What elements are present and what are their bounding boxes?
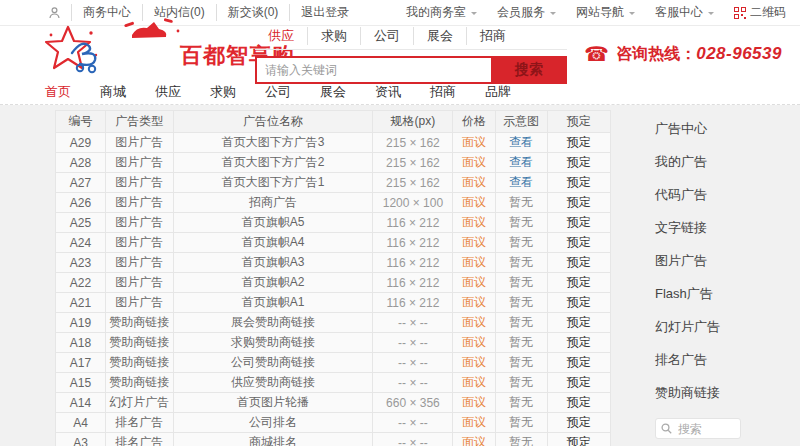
ad-price-label: 面议: [462, 315, 486, 329]
ad-name-cell: 首页旗帜A2: [242, 275, 305, 289]
qr-code-label: 二维码: [750, 4, 786, 21]
reserve-link[interactable]: 预定: [567, 255, 591, 269]
reserve-link[interactable]: 预定: [567, 375, 591, 389]
col-header-reserve: 预定: [547, 111, 610, 133]
ad-id-cell: A24: [70, 236, 91, 250]
reserve-link[interactable]: 预定: [567, 415, 591, 429]
ad-spec-cell: 116 × 212: [386, 276, 439, 290]
preview-view-link[interactable]: 查看: [509, 135, 533, 149]
col-header-name: 广告位名称: [173, 111, 373, 133]
sidebar-item-text-links[interactable]: 文字链接: [655, 212, 790, 245]
sidebar-item-image-ads[interactable]: 图片广告: [655, 245, 790, 278]
table-row: A29图片广告首页大图下方广告3215 × 162面议查看预定: [56, 133, 611, 153]
hotline: ☎ 咨询热线： 028-96539: [584, 42, 782, 66]
nav-item-home[interactable]: 首页: [45, 83, 71, 101]
reserve-link[interactable]: 预定: [567, 435, 591, 446]
ad-id-cell: A14: [70, 396, 91, 410]
nav-item-expo[interactable]: 展会: [320, 83, 346, 101]
reserve-link[interactable]: 预定: [567, 195, 591, 209]
topbar-menu-site-nav[interactable]: 网站导航: [576, 4, 635, 21]
nav-item-supply[interactable]: 供应: [155, 83, 181, 101]
reserve-link[interactable]: 预定: [567, 335, 591, 349]
sidebar-item-sponsor-links[interactable]: 赞助商链接: [655, 377, 790, 410]
nav-item-buy[interactable]: 求购: [210, 83, 236, 101]
ad-id-cell: A15: [70, 376, 91, 390]
sidebar-item-my-ads[interactable]: 我的广告: [655, 146, 790, 179]
search-tab-company[interactable]: 公司: [360, 27, 413, 45]
table-row: A27图片广告首页大图下方广告1215 × 162面议查看预定: [56, 173, 611, 193]
nav-item-brand[interactable]: 品牌: [485, 83, 511, 101]
ad-id-cell: A25: [70, 216, 91, 230]
reserve-link[interactable]: 预定: [567, 275, 591, 289]
preview-none-label: 暂无: [509, 415, 533, 429]
table-header-row: 编号 广告类型 广告位名称 规格(px) 价格 示意图 预定: [56, 111, 611, 133]
ad-type-cell: 图片广告: [115, 275, 163, 289]
table-row: A3排名广告商城排名-- × --面议暂无预定: [56, 433, 611, 446]
ad-price-label: 面议: [462, 375, 486, 389]
ad-type-cell: 赞助商链接: [109, 315, 169, 329]
sidebar-item-ranking-ads[interactable]: 排名广告: [655, 344, 790, 377]
search-tab-supply[interactable]: 供应: [255, 27, 307, 45]
nav-item-mall[interactable]: 商城: [100, 83, 126, 101]
ad-id-cell: A4: [73, 416, 88, 430]
reserve-link[interactable]: 预定: [567, 235, 591, 249]
search-tab-buy[interactable]: 求购: [307, 27, 360, 45]
ad-price-label: 面议: [462, 435, 486, 446]
preview-none-label: 暂无: [509, 195, 533, 209]
table-row: A26图片广告招商广告1200 × 100面议暂无预定: [56, 193, 611, 213]
sidebar-item-slideshow-ads[interactable]: 幻灯片广告: [655, 311, 790, 344]
ad-price-label: 面议: [462, 135, 486, 149]
sidebar: 广告中心 我的广告 代码广告 文字链接 图片广告 Flash广告 幻灯片广告 排…: [655, 113, 790, 439]
ad-id-cell: A17: [70, 356, 91, 370]
ad-type-cell: 排名广告: [115, 415, 163, 429]
ad-id-cell: A26: [70, 196, 91, 210]
topbar-menu-member-services[interactable]: 会员服务: [497, 4, 556, 21]
ad-name-cell: 商城排名: [249, 435, 297, 446]
topbar-link-logout[interactable]: 退出登录: [289, 4, 360, 21]
preview-none-label: 暂无: [509, 255, 533, 269]
search-tab-expo[interactable]: 展会: [413, 27, 466, 45]
table-row: A17赞助商链接公司赞助商链接-- × --面议暂无预定: [56, 353, 611, 373]
reserve-link[interactable]: 预定: [567, 175, 591, 189]
ad-price-label: 面议: [462, 335, 486, 349]
search-input[interactable]: [255, 56, 491, 84]
qr-code-link[interactable]: 二维码: [734, 4, 786, 21]
chevron-down-icon: [708, 12, 714, 18]
topbar-menu-customer-service[interactable]: 客服中心: [655, 4, 714, 21]
preview-view-link[interactable]: 查看: [509, 175, 533, 189]
ad-price-label: 面议: [462, 215, 486, 229]
preview-view-link[interactable]: 查看: [509, 155, 533, 169]
reserve-link[interactable]: 预定: [567, 295, 591, 309]
nav-item-news[interactable]: 资讯: [375, 83, 401, 101]
reserve-link[interactable]: 预定: [567, 395, 591, 409]
ad-spec-cell: 660 × 356: [386, 396, 440, 410]
reserve-link[interactable]: 预定: [567, 215, 591, 229]
topbar-menu-label: 客服中心: [655, 4, 703, 21]
reserve-link[interactable]: 预定: [567, 355, 591, 369]
nav-item-company[interactable]: 公司: [265, 83, 291, 101]
sidebar-item-code-ads[interactable]: 代码广告: [655, 179, 790, 212]
search-button[interactable]: 搜索: [491, 56, 567, 84]
reserve-link[interactable]: 预定: [567, 155, 591, 169]
ad-name-cell: 首页旗帜A3: [242, 255, 305, 269]
topbar-menu-label: 会员服务: [497, 4, 545, 21]
phone-icon: ☎: [584, 42, 609, 66]
search-tab-invest[interactable]: 招商: [466, 27, 519, 45]
ad-id-cell: A22: [70, 276, 91, 290]
reserve-link[interactable]: 预定: [567, 135, 591, 149]
ad-price-label: 面议: [462, 355, 486, 369]
search-area: 供应 求购 公司 展会 招商 搜索: [255, 27, 567, 84]
ad-id-cell: A21: [70, 296, 91, 310]
sidebar-search-input[interactable]: [676, 421, 734, 437]
table-row: A22图片广告首页旗帜A2116 × 212面议暂无预定: [56, 273, 611, 293]
qr-code-icon: [734, 7, 746, 19]
reserve-link[interactable]: 预定: [567, 315, 591, 329]
ad-type-cell: 图片广告: [115, 235, 163, 249]
search-icon: [661, 423, 672, 434]
sidebar-item-flash-ads[interactable]: Flash广告: [655, 278, 790, 311]
nav-item-invest[interactable]: 招商: [430, 83, 456, 101]
ad-spec-cell: 215 × 162: [386, 136, 440, 150]
table-row: A4排名广告公司排名-- × --面议暂无预定: [56, 413, 611, 433]
sidebar-item-ad-center[interactable]: 广告中心: [655, 113, 790, 146]
topbar-menu-my-office[interactable]: 我的商务室: [406, 4, 477, 21]
